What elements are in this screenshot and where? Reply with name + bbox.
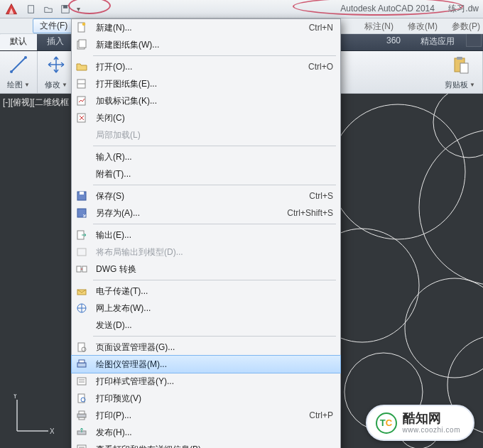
menu-item-label: 查看打印和发布详细信息(B)... (96, 444, 333, 449)
product-name: Autodesk AutoCAD 2014 (340, 4, 435, 13)
menu-item-open-sheetset[interactable]: 打开图纸集(E)... (72, 75, 340, 92)
menu-item-plot-style-manager[interactable]: 打印样式管理器(Y)... (72, 373, 340, 390)
svg-point-9 (330, 104, 465, 239)
menu-item-publish[interactable]: 发布(H)... (72, 424, 340, 441)
menu-item-attach[interactable]: 附着(T)... (72, 165, 340, 182)
svg-text:Y: Y (13, 394, 18, 400)
tab-360[interactable]: 360 (376, 33, 411, 50)
menu-param[interactable]: 参数(P) (452, 21, 480, 33)
menu-item-label: 打印样式管理器(Y)... (96, 376, 333, 388)
menu-item-close[interactable]: 关闭(C) (72, 109, 340, 126)
watermark: TC 酷知网 www.coozhi.com (366, 405, 474, 441)
menu-item-load-markup[interactable]: 加载标记集(K)... (72, 92, 340, 109)
menu-item-import[interactable]: 输入(R)... (72, 148, 340, 165)
etransmit-icon (72, 283, 92, 300)
line-icon (8, 54, 29, 75)
menu-item-label: 电子传递(T)... (96, 285, 333, 297)
menu-item-plotter-manager[interactable]: 绘图仪管理器(M)... (72, 356, 340, 373)
panel-clipboard[interactable]: 剪贴板▼ (438, 51, 483, 93)
export-layout-icon (72, 244, 92, 261)
svg-rect-2 (63, 5, 67, 8)
svg-rect-24 (79, 40, 86, 48)
svg-rect-0 (28, 5, 34, 13)
menu-item-view-plot-details[interactable]: 查看打印和发布详细信息(B)... (72, 441, 340, 448)
menu-item-new[interactable]: 新建(N)... Ctrl+N (72, 19, 340, 36)
menu-item-label: 打印预览(V) (96, 393, 333, 405)
qat-new-icon[interactable] (23, 1, 40, 17)
new-file-icon (72, 19, 92, 36)
menu-item-export[interactable]: 输出(E)... (72, 226, 340, 244)
menu-item-page-setup[interactable]: 页面设置管理器(G)... (72, 339, 340, 356)
svg-rect-32 (77, 248, 86, 256)
menu-item-label: 打印(P)... (96, 410, 295, 422)
tab-featured[interactable]: 精选应用 (411, 33, 465, 50)
ribbon-expand-icon[interactable] (466, 33, 482, 47)
menu-modify[interactable]: 修改(M) (408, 21, 438, 33)
svg-point-22 (82, 23, 86, 26)
svg-rect-41 (77, 378, 86, 385)
menu-item-label: 加载标记集(K)... (96, 95, 333, 107)
menu-item-label: 发送(D)... (96, 319, 333, 332)
svg-rect-8 (460, 63, 468, 73)
shortcut-label: Ctrl+P (295, 410, 333, 420)
dwg-convert-icon (72, 261, 92, 278)
app-logo[interactable] (0, 0, 23, 18)
watermark-badge: TC (376, 413, 397, 434)
svg-rect-29 (80, 192, 84, 195)
shortcut-label: Ctrl+S (295, 191, 333, 201)
menu-item-print[interactable]: 打印(P)... Ctrl+P (72, 407, 340, 424)
web-publish-icon (72, 300, 92, 317)
menu-item-label: DWG 转换 (96, 263, 333, 275)
panel-draw-label: 绘图 (7, 80, 23, 90)
menu-item-label: 附着(T)... (96, 168, 333, 180)
menu-item-label: 打开图纸集(E)... (96, 78, 333, 90)
menu-item-label: 保存(S) (96, 190, 295, 202)
menu-item-label: 新建(N)... (96, 22, 295, 34)
watermark-url: www.coozhi.com (403, 426, 460, 434)
menu-item-label: 新建图纸集(W)... (96, 39, 333, 51)
menu-item-print-preview[interactable]: 打印预览(V) (72, 390, 340, 407)
panel-draw[interactable]: 绘图▼ (0, 51, 38, 93)
menu-file[interactable]: 文件(F) (33, 18, 75, 33)
menu-item-export-layout: 将布局输出到模型(D)... (72, 244, 340, 261)
menu-item-label: 将布局输出到模型(D)... (96, 246, 333, 258)
tab-insert[interactable]: 插入 (37, 33, 74, 50)
menu-item-label: 页面设置管理器(G)... (96, 342, 333, 354)
menu-item-dwg-convert[interactable]: DWG 转换 (72, 261, 340, 278)
panel-modify[interactable]: 修改▼ (38, 51, 75, 93)
tab-default[interactable]: 默认 (0, 33, 37, 50)
move-icon (45, 54, 67, 75)
svg-point-4 (10, 70, 13, 73)
menu-item-saveas[interactable]: 另存为(A)... Ctrl+Shift+S (72, 204, 340, 222)
qat-open-icon[interactable] (40, 1, 57, 17)
menu-annotate[interactable]: 标注(N) (364, 21, 394, 33)
svg-rect-34 (82, 266, 87, 272)
menu-item-send[interactable]: 发送(D)... (72, 317, 340, 334)
qat-dropdown-icon[interactable]: ▾ (74, 5, 82, 13)
svg-rect-7 (457, 57, 462, 60)
menu-item-open[interactable]: 打开(O)... Ctrl+O (72, 58, 340, 75)
svg-line-3 (11, 58, 26, 72)
open-folder-icon (72, 58, 92, 75)
menu-item-etransmit[interactable]: 电子传递(T)... (72, 283, 340, 300)
svg-rect-45 (79, 411, 85, 414)
shortcut-label: Ctrl+O (294, 62, 333, 72)
save-icon (72, 187, 92, 204)
menu-item-web-publish[interactable]: 网上发布(W)... (72, 300, 340, 317)
print-icon (72, 407, 92, 424)
plotter-icon (72, 356, 92, 373)
menu-item-label: 绘图仪管理器(M)... (96, 359, 333, 371)
watermark-name: 酷知网 (403, 412, 460, 426)
plot-style-icon (72, 373, 92, 390)
menu-item-label: 关闭(C) (96, 112, 333, 124)
menu-item-label: 局部加载(L) (96, 129, 333, 141)
ucs-icon: Y X (11, 394, 54, 437)
svg-rect-39 (77, 363, 86, 367)
menu-item-label: 输入(R)... (96, 151, 333, 163)
menu-item-save[interactable]: 保存(S) Ctrl+S (72, 187, 340, 204)
qat-save-icon[interactable] (57, 1, 74, 17)
sheetset-icon (72, 36, 92, 53)
menu-item-new-sheetset[interactable]: 新建图纸集(W)... (72, 36, 340, 53)
svg-rect-46 (79, 417, 85, 420)
svg-point-5 (24, 56, 27, 59)
